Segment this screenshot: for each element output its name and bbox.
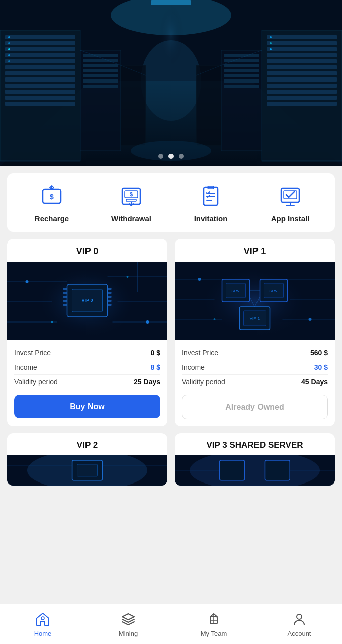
vip0-validity-label: Validity period	[14, 378, 58, 386]
withdrawal-label: Withdrawal	[111, 214, 151, 223]
svg-rect-13	[5, 84, 75, 88]
withdrawal-action[interactable]: $ Withdrawal	[111, 183, 151, 223]
vip1-income-value: 30 $	[314, 363, 328, 371]
vip1-title: VIP 1	[175, 239, 335, 262]
vip3-title: VIP 3 SHARED SERVER	[175, 433, 335, 455]
nav-account-label: Account	[288, 630, 311, 637]
svg-rect-103	[108, 304, 112, 306]
banner-dot-2[interactable]	[168, 154, 174, 159]
svg-rect-42	[83, 69, 118, 72]
svg-rect-27	[267, 59, 337, 63]
svg-point-105	[26, 280, 29, 283]
vip2-card-partial: VIP 2	[7, 433, 167, 486]
svg-point-20	[8, 54, 10, 56]
vip1-invest-label: Invest Price	[182, 349, 218, 357]
app-install-label: App Install	[271, 214, 310, 223]
nav-mining-label: Mining	[119, 630, 138, 637]
svg-rect-47	[224, 54, 259, 57]
home-icon	[35, 611, 51, 627]
svg-rect-45	[83, 85, 118, 88]
nav-account[interactable]: Account	[279, 611, 319, 637]
svg-point-126	[198, 278, 201, 281]
svg-rect-53	[224, 85, 259, 88]
nav-home[interactable]: Home	[23, 611, 63, 637]
withdrawal-icon: $	[117, 183, 146, 209]
vip0-invest-row: Invest Price 0 $	[14, 346, 160, 360]
svg-rect-96	[63, 296, 67, 298]
vip0-invest-value: 0 $	[151, 349, 160, 357]
banner-dot-1[interactable]	[158, 154, 163, 159]
vip0-income-row: Income 8 $	[14, 360, 160, 375]
vip-cards-grid: VIP 0	[7, 239, 335, 426]
svg-text:SRV: SRV	[269, 289, 278, 293]
svg-rect-8	[5, 53, 75, 57]
svg-marker-145	[122, 614, 134, 620]
vip0-buy-button[interactable]: Buy Now	[14, 395, 160, 418]
vip1-invest-row: Invest Price 560 $	[182, 346, 328, 360]
nav-home-label: Home	[34, 630, 52, 637]
svg-rect-142	[220, 460, 245, 480]
bottom-navigation: Home Mining My Team	[0, 604, 342, 644]
svg-rect-24	[267, 41, 337, 45]
svg-rect-7	[5, 47, 75, 51]
vip2-title: VIP 2	[7, 433, 167, 455]
svg-rect-5	[5, 35, 75, 39]
invitation-label: Invitation	[194, 214, 228, 223]
quick-actions: $ Recharge $ Wi	[7, 173, 335, 232]
vip0-stats: Invest Price 0 $ Income 8 $ Validity per…	[7, 340, 167, 389]
svg-rect-34	[267, 102, 337, 106]
svg-rect-25	[267, 47, 337, 51]
svg-point-127	[309, 318, 312, 321]
svg-rect-12	[5, 77, 75, 82]
svg-rect-32	[267, 90, 337, 94]
recharge-label: Recharge	[35, 214, 69, 223]
svg-point-144	[41, 617, 44, 620]
vip1-stats: Invest Price 560 $ Income 30 $ Validity …	[175, 340, 335, 389]
app-install-action[interactable]: App Install	[270, 183, 310, 223]
svg-rect-52	[224, 79, 259, 83]
vip1-validity-row: Validity period 45 Days	[182, 375, 328, 389]
recharge-icon: $	[37, 183, 66, 209]
vip3-image-partial	[175, 455, 335, 486]
svg-text:$: $	[50, 193, 54, 201]
banner-pagination[interactable]	[158, 154, 184, 159]
svg-rect-28	[267, 65, 337, 69]
svg-point-18	[8, 42, 10, 44]
svg-rect-54	[121, 65, 146, 146]
svg-rect-26	[267, 53, 337, 57]
svg-rect-137	[77, 464, 98, 476]
svg-rect-6	[5, 41, 75, 45]
svg-point-36	[270, 42, 272, 44]
svg-rect-15	[5, 96, 75, 100]
nav-my-team[interactable]: My Team	[194, 611, 234, 637]
svg-rect-41	[83, 64, 118, 67]
svg-point-106	[146, 320, 149, 324]
nav-mining[interactable]: Mining	[108, 611, 148, 637]
svg-point-149	[297, 614, 302, 619]
svg-rect-31	[267, 84, 337, 88]
vip1-card: VIP 1	[175, 239, 335, 426]
svg-rect-95	[63, 292, 67, 294]
svg-text:VIP 0: VIP 0	[82, 298, 93, 303]
svg-rect-9	[5, 59, 75, 63]
vip0-income-value: 8 $	[151, 363, 160, 371]
account-icon	[291, 611, 307, 627]
app-install-icon	[276, 183, 305, 209]
banner-dot-3[interactable]	[179, 154, 184, 159]
invitation-action[interactable]: Invitation	[191, 183, 231, 223]
svg-rect-43	[83, 74, 118, 77]
svg-rect-10	[5, 65, 75, 69]
hero-banner	[0, 0, 342, 166]
svg-rect-99	[108, 288, 112, 290]
svg-rect-56	[151, 0, 191, 5]
vip1-owned-button[interactable]: Already Owned	[182, 395, 328, 419]
svg-rect-102	[108, 300, 112, 302]
svg-rect-97	[63, 300, 67, 302]
svg-rect-55	[196, 65, 221, 146]
svg-text:SRV: SRV	[231, 289, 240, 293]
svg-rect-57	[156, 5, 186, 80]
vip1-income-row: Income 30 $	[182, 360, 328, 375]
vip1-invest-value: 560 $	[310, 349, 328, 357]
recharge-action[interactable]: $ Recharge	[32, 183, 72, 223]
svg-rect-98	[63, 304, 67, 306]
